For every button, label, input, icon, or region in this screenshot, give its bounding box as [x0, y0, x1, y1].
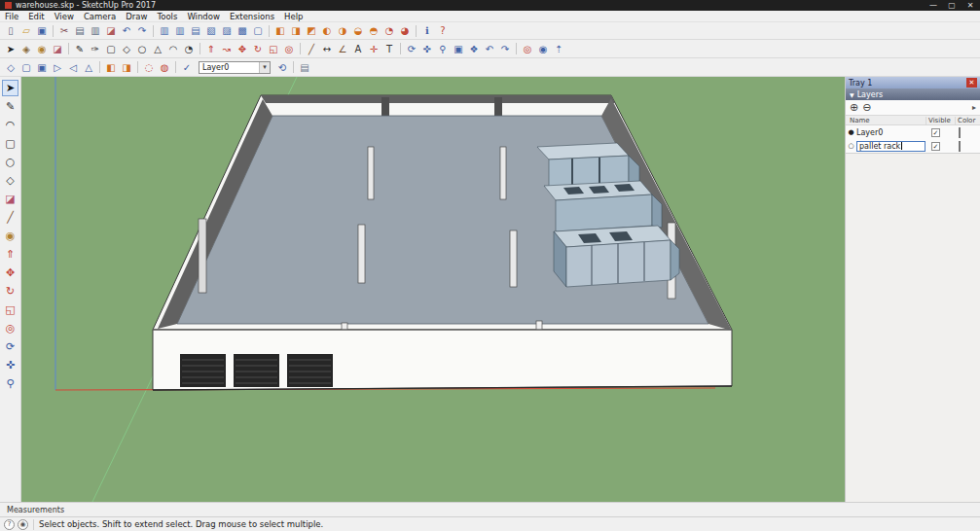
arc-icon[interactable]: ◠	[165, 42, 181, 56]
layers-details-button[interactable]: ▸	[972, 103, 976, 112]
refresh-layers-icon[interactable]: ⟲	[274, 60, 290, 75]
layer-row-pallet-rack[interactable]: ○ pallet rack ✓	[846, 139, 980, 153]
layer-radio[interactable]: ●	[846, 128, 856, 136]
layer-name[interactable]: Layer0	[856, 128, 926, 137]
axes-icon[interactable]: ✛	[366, 42, 381, 56]
open-file-icon[interactable]: ▱	[18, 23, 34, 38]
make-component-icon[interactable]: ◈	[18, 42, 34, 56]
walk-icon[interactable]: ⇡	[551, 42, 566, 56]
rotated-rectangle-icon[interactable]: ◇	[119, 42, 134, 56]
scale-icon[interactable]: ◱	[266, 42, 281, 56]
style-hidden-line-icon[interactable]: ▤	[188, 23, 203, 38]
section-fill-icon[interactable]: ◨	[119, 60, 134, 75]
paint-bucket-tool-icon[interactable]: ◉	[2, 228, 18, 244]
style-back-edges-icon[interactable]: ▥	[172, 23, 188, 38]
layer-visible-checkbox[interactable]: ✓	[931, 128, 940, 137]
layer-color-swatch[interactable]	[959, 127, 961, 138]
select-icon[interactable]: ➤	[3, 42, 18, 56]
previous-view-icon[interactable]: ↶	[482, 42, 497, 56]
tape-measure-icon[interactable]: ╱	[304, 42, 319, 56]
left-view-icon[interactable]: ◁	[65, 60, 81, 75]
zoom-icon[interactable]: ⚲	[435, 42, 451, 56]
move-icon[interactable]: ✥	[235, 42, 250, 56]
tray-header[interactable]: Tray 1 ✕	[846, 77, 980, 88]
rotate-icon[interactable]: ↻	[250, 42, 266, 56]
erase-icon[interactable]: ◪	[103, 23, 119, 38]
menu-extensions[interactable]: Extensions	[225, 12, 279, 21]
layer-color-swatch[interactable]	[959, 141, 961, 152]
3d-warehouse-icon[interactable]: ◔	[381, 23, 397, 38]
style-shaded-icon[interactable]: ▧	[203, 23, 219, 38]
new-file-icon[interactable]: ▯	[3, 23, 18, 38]
line-icon[interactable]: ✎	[72, 42, 88, 56]
menu-edit[interactable]: Edit	[23, 12, 49, 21]
extension-warehouse-icon[interactable]: ◕	[397, 23, 413, 38]
3d-viewport[interactable]	[21, 77, 845, 502]
layer-manager-icon[interactable]: ✓	[179, 60, 195, 75]
shadows-icon[interactable]: ◐	[319, 23, 335, 38]
back-wall-gap[interactable]	[494, 97, 502, 118]
pie-icon[interactable]: ◔	[181, 42, 197, 56]
column-name[interactable]: Name	[846, 117, 926, 124]
back-wall-gap[interactable]	[381, 97, 389, 118]
chevron-down-icon[interactable]: ▾	[259, 62, 270, 73]
layer-radio[interactable]: ○	[846, 142, 856, 150]
save-file-icon[interactable]: ▣	[34, 23, 50, 38]
menu-tools[interactable]: Tools	[152, 12, 182, 21]
loading-doors[interactable]	[180, 354, 333, 387]
section-plane-icon[interactable]: ◧	[272, 23, 288, 38]
style-xray-icon[interactable]: ▢	[250, 23, 266, 38]
look-around-icon[interactable]: ◉	[535, 42, 551, 56]
cut-icon[interactable]: ✂	[56, 23, 72, 38]
geolocation-icon[interactable]: ◉	[18, 519, 28, 530]
layers-panel-header[interactable]: ▼ Layers	[846, 88, 980, 100]
minimize-button[interactable]: —	[928, 1, 938, 10]
follow-me-icon[interactable]: ↝	[219, 42, 235, 56]
fog-icon[interactable]: ◑	[335, 23, 350, 38]
tray-close-button[interactable]: ✕	[966, 78, 977, 88]
display-section-planes-icon[interactable]: ◨	[288, 23, 304, 38]
display-section-cuts-icon[interactable]: ◩	[304, 23, 319, 38]
purge-unused-icon[interactable]: ▤	[297, 60, 312, 75]
zoom-extents-icon[interactable]: ❖	[466, 42, 482, 56]
3d-text-icon[interactable]: T	[381, 42, 397, 56]
protractor-icon[interactable]: ∠	[335, 42, 350, 56]
menu-view[interactable]: View	[50, 12, 79, 21]
style-textured-icon[interactable]: ▨	[219, 23, 235, 38]
model-canvas[interactable]	[21, 77, 845, 502]
section-plane-tool-icon[interactable]: ◧	[103, 60, 119, 75]
copy-icon[interactable]: ▤	[72, 23, 88, 38]
menu-camera[interactable]: Camera	[79, 12, 121, 21]
freehand-icon[interactable]: ✑	[88, 42, 103, 56]
zoom-tool-icon[interactable]: ⚲	[2, 375, 18, 392]
layer-dropdown[interactable]: Layer0 ▾	[199, 61, 271, 74]
eraser-tool-icon[interactable]: ◪	[2, 191, 18, 207]
move-tool-icon[interactable]: ✥	[2, 265, 18, 281]
instructor-icon[interactable]: ?	[435, 23, 451, 38]
redo-icon[interactable]: ↷	[134, 23, 150, 38]
top-view-icon[interactable]: ▢	[18, 60, 34, 75]
menu-file[interactable]: File	[0, 12, 23, 21]
close-button[interactable]: ✕	[965, 1, 975, 10]
menu-help[interactable]: Help	[279, 12, 308, 21]
next-view-icon[interactable]: ↷	[497, 42, 513, 56]
orbit-icon[interactable]: ⟳	[404, 42, 419, 56]
line-tool-icon[interactable]: ✎	[2, 98, 18, 115]
select-tool-icon[interactable]: ➤	[2, 80, 18, 96]
help-icon[interactable]: ?	[4, 519, 15, 530]
layer-row-layer0[interactable]: ● Layer0 ✓	[846, 125, 980, 139]
zoom-window-icon[interactable]: ▣	[451, 42, 466, 56]
paint-bucket-icon[interactable]: ◉	[34, 42, 50, 56]
column-visible[interactable]: Visible	[926, 117, 955, 124]
layer-visible-checkbox[interactable]: ✓	[931, 142, 940, 151]
maximize-button[interactable]: ▢	[947, 1, 957, 10]
push-pull-icon[interactable]: ⇑	[203, 42, 219, 56]
remove-layer-button[interactable]: ⊖	[862, 102, 871, 113]
style-wireframe-icon[interactable]: ▥	[157, 23, 172, 38]
match-photo-icon[interactable]: ◓	[366, 23, 381, 38]
back-view-icon[interactable]: △	[81, 60, 96, 75]
dimension-icon[interactable]: ↔	[319, 42, 335, 56]
orbit-tool-icon[interactable]: ⟳	[2, 338, 18, 355]
tape-measure-tool-icon[interactable]: ╱	[2, 209, 18, 226]
hide-rest-icon[interactable]: ◌	[141, 60, 157, 75]
